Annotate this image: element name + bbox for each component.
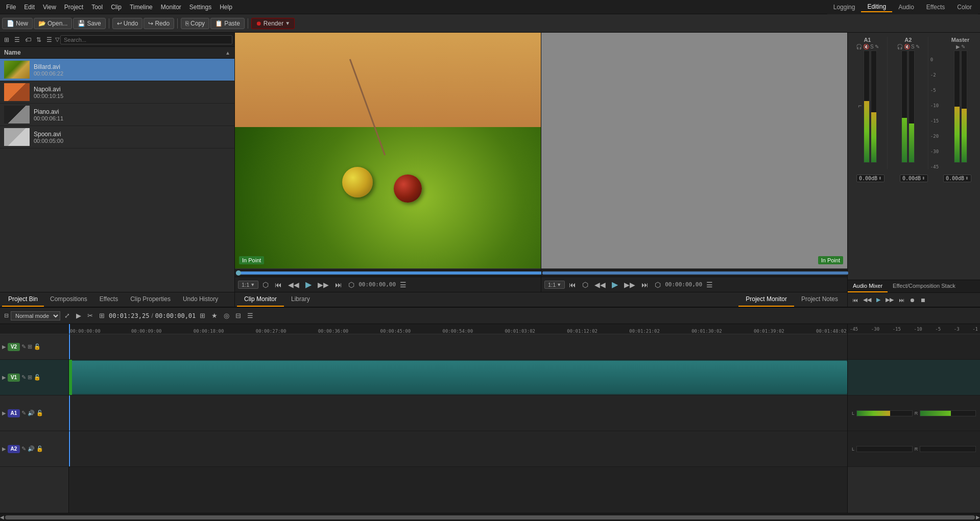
- tl-settings-icon[interactable]: ☰: [245, 311, 255, 320]
- list-item[interactable]: Spoon.avi 00:00:05:00: [0, 126, 234, 148]
- track-a1-lock-icon[interactable]: 🔓: [36, 410, 43, 416]
- new-button[interactable]: 📄 New: [2, 18, 33, 29]
- a2-mute-icon[interactable]: 🔇: [904, 44, 910, 49]
- clip-ctrl-menu[interactable]: ☰: [398, 280, 409, 290]
- list-item[interactable]: Billard.avi 00:00:06:22: [0, 59, 234, 81]
- a1-solo-icon[interactable]: S: [870, 44, 874, 49]
- render-button[interactable]: ⏺ Render ▼: [251, 18, 295, 29]
- tab-project-monitor[interactable]: Project Monitor: [738, 292, 794, 307]
- clip-ratio-selector[interactable]: 1:1 ▼: [238, 281, 258, 289]
- timeline-ruler[interactable]: 00:00:00:00 00:00:09:00 00:00:18:00 00:0…: [69, 324, 847, 334]
- tab-undo-history[interactable]: Undo History: [177, 292, 224, 307]
- menu-help[interactable]: Help: [216, 3, 236, 12]
- clip-ctrl-mark-in[interactable]: ⬡: [260, 280, 271, 290]
- list-item[interactable]: Piano.avi 00:00:06:11: [0, 104, 234, 126]
- mix-ctrl-play[interactable]: ▶: [875, 296, 882, 304]
- track-a1-collapse-icon[interactable]: ▶: [2, 410, 6, 416]
- tl-snap-icon[interactable]: ⊞: [198, 311, 207, 320]
- a1-mute-icon[interactable]: 🔇: [863, 44, 869, 49]
- tl-mode-selector[interactable]: ⊟: [4, 312, 9, 319]
- clip-ctrl-prev-frame[interactable]: ⏮: [273, 280, 284, 290]
- tab-audio-mixer[interactable]: Audio Mixer: [848, 280, 888, 292]
- clip-ctrl-mark-out[interactable]: ⬡: [346, 280, 356, 290]
- sort-icon[interactable]: ⇅: [34, 35, 43, 44]
- paste-button[interactable]: 📋 Paste: [210, 18, 245, 29]
- menu-timeline[interactable]: Timeline: [126, 3, 157, 12]
- menu-file[interactable]: File: [2, 3, 20, 12]
- scroll-left-btn[interactable]: ◀: [0, 513, 4, 521]
- track-v2-edit-icon[interactable]: ✎: [21, 343, 26, 350]
- menu-tool[interactable]: Tool: [87, 3, 107, 12]
- track-v1-lock-icon[interactable]: 🔓: [34, 374, 41, 381]
- mix-ctrl-prev[interactable]: ⏮: [851, 296, 859, 304]
- track-a2-edit-icon[interactable]: ✎: [21, 445, 26, 452]
- clip-scrubber[interactable]: [235, 268, 541, 277]
- search-input[interactable]: [60, 35, 232, 44]
- ws-tab-editing[interactable]: Editing: [861, 2, 892, 12]
- ws-tab-logging[interactable]: Logging: [827, 3, 862, 12]
- tab-project-bin[interactable]: Project Bin: [2, 292, 44, 307]
- a2-solo-icon[interactable]: S: [911, 44, 915, 49]
- track-a2-collapse-icon[interactable]: ▶: [2, 446, 6, 452]
- track-a1-audio-icon[interactable]: 🔊: [28, 410, 35, 416]
- proj-ctrl-fast-forward[interactable]: ▶▶: [622, 280, 637, 290]
- a2-db-spinner-icon[interactable]: ⬍: [922, 176, 925, 181]
- tl-play-icon[interactable]: ▶: [74, 311, 83, 320]
- a1-edit-icon[interactable]: ✎: [875, 44, 879, 49]
- track-v2-lock-icon[interactable]: 🔓: [34, 343, 41, 350]
- track-v1-badge[interactable]: V1: [8, 374, 20, 382]
- menu-monitor[interactable]: Monitor: [157, 3, 185, 12]
- menu-edit[interactable]: Edit: [20, 3, 39, 12]
- proj-ctrl-rewind[interactable]: ◀◀: [592, 280, 608, 290]
- track-v1-composite-icon[interactable]: ⊞: [28, 374, 32, 381]
- clip-ctrl-fast-forward[interactable]: ▶▶: [316, 280, 331, 290]
- a1-db-spinner-icon[interactable]: ⬍: [878, 176, 882, 181]
- menu-view[interactable]: View: [39, 3, 60, 12]
- proj-ctrl-prev-zone[interactable]: ⏮: [567, 280, 578, 290]
- proj-ctrl-mark-in[interactable]: ⬡: [580, 280, 590, 290]
- ws-tab-audio[interactable]: Audio: [892, 3, 920, 12]
- tl-cut-icon[interactable]: ✂: [85, 311, 95, 320]
- tab-clip-properties[interactable]: Clip Properties: [124, 292, 177, 307]
- tl-marker-icon[interactable]: ★: [209, 311, 220, 320]
- timeline-scrollbar[interactable]: ◀ ▶: [0, 513, 980, 521]
- undo-button[interactable]: ↩ Undo: [112, 18, 143, 29]
- track-a2-badge[interactable]: A2: [8, 445, 20, 453]
- master-edit-icon[interactable]: ✎: [961, 44, 965, 49]
- track-v1-edit-icon[interactable]: ✎: [21, 374, 26, 381]
- redo-button[interactable]: ↪ Redo: [144, 18, 174, 29]
- track-a1-edit-icon[interactable]: ✎: [21, 410, 26, 416]
- menu-project[interactable]: Project: [60, 3, 87, 12]
- tl-subtitle-icon[interactable]: ◎: [222, 311, 231, 320]
- a1-headphone-icon[interactable]: 🎧: [856, 44, 862, 49]
- tl-fit-icon[interactable]: ⤢: [62, 311, 72, 320]
- tab-project-notes[interactable]: Project Notes: [794, 292, 845, 307]
- copy-button[interactable]: ⎘ Copy: [181, 18, 209, 29]
- track-v2-collapse-icon[interactable]: ▶: [2, 344, 6, 350]
- tl-mode-dropdown[interactable]: Normal mode: [11, 311, 60, 320]
- mix-ctrl-rewind[interactable]: ◀◀: [862, 296, 873, 304]
- a2-headphone-icon[interactable]: 🎧: [897, 44, 903, 49]
- open-button[interactable]: 📂 Open...: [34, 18, 72, 29]
- menu-icon[interactable]: ☰: [44, 35, 54, 44]
- list-icon[interactable]: ☰: [12, 35, 22, 44]
- tab-compositions[interactable]: Compositions: [44, 292, 93, 307]
- save-button[interactable]: 💾 Save: [73, 18, 105, 29]
- mix-ctrl-stop[interactable]: ⏹: [919, 296, 927, 304]
- scroll-right-btn[interactable]: ▶: [976, 513, 980, 521]
- scroll-thumb[interactable]: [5, 515, 975, 519]
- proj-ctrl-play[interactable]: ▶: [610, 279, 620, 290]
- proj-ctrl-next-zone[interactable]: ⏭: [639, 280, 651, 290]
- clip-ctrl-play[interactable]: ▶: [303, 279, 314, 290]
- list-item[interactable]: Napoli.avi 00:00:10:15: [0, 81, 234, 104]
- master-db-spinner-icon[interactable]: ⬍: [965, 176, 969, 181]
- track-v2-badge[interactable]: V2: [8, 343, 20, 351]
- sort-chevron-icon[interactable]: ▲: [225, 50, 230, 56]
- project-ratio-selector[interactable]: 1:1 ▼: [544, 281, 565, 289]
- view-mode-icon[interactable]: ⊞: [2, 35, 11, 44]
- tab-effect-composition-stack[interactable]: Effect/Composition Stack: [888, 280, 961, 292]
- clip-ctrl-rewind[interactable]: ◀◀: [286, 280, 301, 290]
- track-a2-lock-icon[interactable]: 🔓: [36, 445, 43, 452]
- tab-effects[interactable]: Effects: [93, 292, 124, 307]
- mix-ctrl-fast-forward[interactable]: ▶▶: [884, 296, 895, 304]
